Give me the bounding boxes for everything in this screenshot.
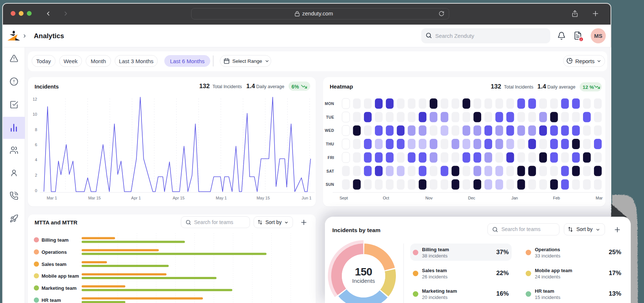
svg-text:Feb: Feb <box>553 196 560 200</box>
svg-text:Mar 1: Mar 1 <box>47 196 57 200</box>
svg-text:Operations: Operations <box>42 249 67 255</box>
svg-text:Nov: Nov <box>425 196 433 200</box>
svg-text:Sales team: Sales team <box>42 261 67 267</box>
svg-text:SUN: SUN <box>326 182 334 187</box>
svg-text:Sept: Sept <box>340 196 348 200</box>
svg-text:Dec: Dec <box>468 196 475 200</box>
svg-text:HR team: HR team <box>42 297 61 303</box>
svg-text:Mar: Mar <box>596 196 603 200</box>
svg-text:6: 6 <box>35 143 37 147</box>
svg-text:Mar 15: Mar 15 <box>88 196 101 200</box>
svg-text:May 1: May 1 <box>216 196 227 200</box>
svg-text:THU: THU <box>326 142 334 146</box>
svg-text:May 15: May 15 <box>257 196 270 200</box>
svg-text:Oct: Oct <box>383 196 389 200</box>
svg-text:TUE: TUE <box>326 115 334 119</box>
svg-text:12: 12 <box>33 97 37 101</box>
svg-text:Apr 1: Apr 1 <box>131 196 141 200</box>
svg-text:Mobile app team: Mobile app team <box>42 273 79 279</box>
svg-text:8: 8 <box>35 127 37 132</box>
svg-text:SAT: SAT <box>326 169 334 173</box>
svg-text:10: 10 <box>33 112 37 116</box>
svg-text:Marketing team: Marketing team <box>42 285 76 291</box>
svg-text:FRI: FRI <box>328 155 334 160</box>
svg-text:WED: WED <box>325 128 334 133</box>
svg-text:0: 0 <box>35 188 37 193</box>
svg-text:Jan: Jan <box>511 196 518 200</box>
svg-text:4: 4 <box>35 158 37 162</box>
svg-text:Jun 1: Jun 1 <box>302 196 312 200</box>
svg-text:2: 2 <box>35 173 37 177</box>
svg-text:Billing team: Billing team <box>42 237 69 243</box>
svg-text:MON: MON <box>325 101 334 106</box>
svg-text:Apr 15: Apr 15 <box>173 196 185 200</box>
